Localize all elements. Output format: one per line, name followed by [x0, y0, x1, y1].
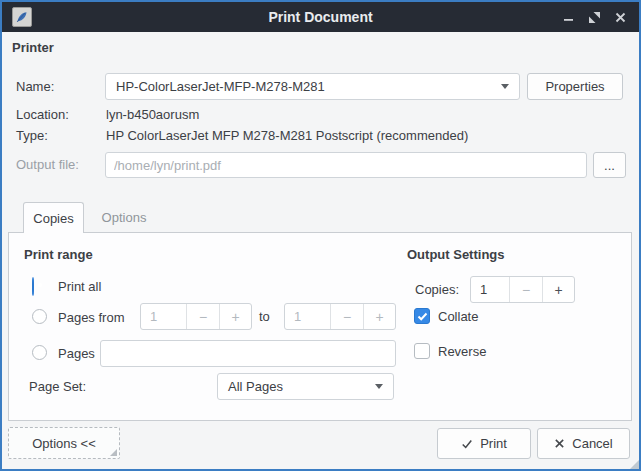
- copies-decrement-button[interactable]: −: [510, 277, 542, 302]
- page-set-combobox[interactable]: All Pages: [217, 373, 394, 400]
- minimize-button[interactable]: [555, 2, 581, 32]
- copies-spinbox[interactable]: 1 − +: [470, 276, 575, 303]
- page-set-value: All Pages: [228, 379, 283, 394]
- restore-button[interactable]: [581, 2, 607, 32]
- print-button-label: Print: [480, 436, 507, 451]
- chevron-down-icon: [375, 384, 383, 389]
- collate-checkbox[interactable]: [414, 308, 430, 324]
- pages-to-label: to: [259, 303, 270, 330]
- pages-to-increment-button[interactable]: +: [363, 304, 395, 329]
- pages-from-radio[interactable]: [32, 309, 47, 324]
- pages-label[interactable]: Pages: [58, 346, 95, 361]
- pages-from-value: 1: [141, 304, 187, 329]
- print-range-title: Print range: [24, 247, 93, 262]
- pages-to-decrement-button[interactable]: −: [331, 304, 363, 329]
- pages-from-decrement-button[interactable]: −: [187, 304, 219, 329]
- printer-name-value: HP-ColorLaserJet-MFP-M278-M281: [116, 79, 325, 94]
- type-value: HP ColorLaserJet MFP M278-M281 Postscrip…: [106, 128, 468, 143]
- resize-grip[interactable]: [628, 458, 641, 471]
- reverse-checkbox[interactable]: [414, 343, 430, 359]
- chevron-down-icon: [501, 84, 509, 89]
- reverse-label[interactable]: Reverse: [438, 344, 486, 359]
- tab-copies[interactable]: Copies: [23, 202, 84, 233]
- check-icon: [461, 438, 473, 450]
- output-file-field[interactable]: [105, 152, 587, 178]
- copies-increment-button[interactable]: +: [542, 277, 574, 302]
- options-toggle-label: Options <<: [32, 436, 96, 451]
- copies-value: 1: [471, 277, 510, 302]
- button-grip-icon: [110, 449, 117, 456]
- app-feather-icon: [12, 7, 32, 27]
- x-icon: [554, 438, 565, 449]
- page-set-label: Page Set:: [29, 373, 86, 400]
- properties-button[interactable]: Properties: [527, 73, 623, 100]
- titlebar[interactable]: Print Document: [2, 2, 639, 32]
- minimize-icon: [563, 12, 574, 23]
- pages-from-spinbox[interactable]: 1 − +: [140, 303, 252, 330]
- location-label: Location:: [16, 107, 69, 122]
- close-icon: [615, 12, 626, 23]
- pages-to-spinbox[interactable]: 1 − +: [284, 303, 396, 330]
- copies-tab-panel: Print range Print all Pages from 1 − + t…: [8, 232, 632, 421]
- pages-radio[interactable]: [32, 345, 47, 360]
- window-title: Print Document: [2, 9, 639, 25]
- print-all-label[interactable]: Print all: [58, 279, 101, 294]
- browse-button[interactable]: ...: [593, 152, 626, 178]
- print-dialog-window: Print Document Printer Name: HP-Color: [0, 0, 641, 471]
- output-file-label: Output file:: [16, 151, 79, 178]
- tab-options[interactable]: Options: [84, 202, 164, 232]
- print-all-radio[interactable]: [32, 277, 34, 296]
- cancel-button-label: Cancel: [572, 436, 612, 451]
- pages-from-label[interactable]: Pages from: [58, 310, 124, 325]
- printer-name-label: Name:: [16, 73, 54, 100]
- copies-label: Copies:: [415, 276, 459, 303]
- close-button[interactable]: [607, 2, 633, 32]
- printer-section-title: Printer: [12, 40, 54, 55]
- check-icon: [417, 311, 428, 322]
- pages-from-increment-button[interactable]: +: [219, 304, 251, 329]
- cancel-button[interactable]: Cancel: [537, 428, 630, 459]
- restore-icon: [589, 12, 600, 23]
- location-value: lyn-b450aorusm: [106, 107, 199, 122]
- print-button[interactable]: Print: [437, 428, 531, 459]
- options-toggle-button[interactable]: Options <<: [8, 427, 120, 459]
- pages-field[interactable]: [100, 340, 396, 367]
- type-label: Type:: [16, 128, 48, 143]
- printer-name-combobox[interactable]: HP-ColorLaserJet-MFP-M278-M281: [105, 73, 520, 100]
- collate-label[interactable]: Collate: [438, 309, 478, 324]
- pages-to-value: 1: [285, 304, 331, 329]
- output-settings-title: Output Settings: [407, 247, 505, 262]
